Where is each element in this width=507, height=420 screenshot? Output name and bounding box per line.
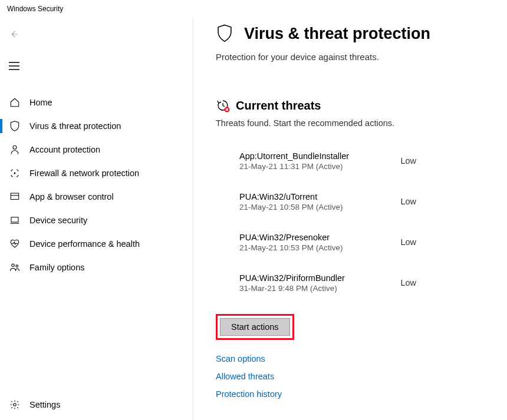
nav-list: Home Virus & threat protection Account p… (0, 91, 193, 279)
link-protection-history[interactable]: Protection history (216, 389, 500, 399)
page-title: Virus & threat protection (244, 25, 430, 43)
link-list: Scan options Allowed threats Protection … (216, 354, 500, 399)
start-actions-highlight: Start actions (216, 314, 294, 340)
shield-icon (216, 24, 236, 44)
hamburger-icon (9, 62, 19, 70)
threat-name: PUA:Win32/uTorrent (239, 192, 343, 201)
laptop-icon (8, 214, 21, 227)
threat-meta: 21-May-21 10:53 PM (Active) (239, 243, 343, 252)
person-icon (8, 143, 21, 156)
threat-list: App:Utorrent_BundleInstaller 21-May-21 1… (239, 151, 500, 293)
sidebar-item-settings[interactable]: Settings (0, 392, 193, 418)
threat-severity: Low (400, 233, 416, 247)
svg-point-4 (12, 264, 15, 267)
sidebar-item-label: Settings (29, 400, 60, 409)
back-arrow-icon (9, 29, 19, 39)
threat-item[interactable]: PUA:Win32/Presenoker 21-May-21 10:53 PM … (239, 233, 416, 252)
threat-severity: Low (400, 273, 416, 287)
threat-name: PUA:Win32/Presenoker (239, 233, 343, 242)
section-header-current-threats: Current threats (216, 98, 500, 113)
sidebar-item-account-protection[interactable]: Account protection (0, 138, 193, 161)
sidebar-item-label: Home (29, 98, 52, 107)
sidebar-item-label: Virus & threat protection (29, 121, 121, 131)
link-allowed-threats[interactable]: Allowed threats (216, 372, 500, 381)
app-body: Home Virus & threat protection Account p… (0, 18, 507, 420)
threat-meta: 31-Mar-21 9:48 PM (Active) (239, 284, 345, 293)
network-icon (8, 167, 21, 180)
threat-meta: 21-May-21 11:31 PM (Active) (239, 162, 349, 171)
window-titlebar: Windows Security (0, 0, 507, 18)
svg-point-0 (13, 145, 17, 149)
svg-point-1 (14, 173, 16, 174)
shield-icon (8, 120, 21, 133)
threat-item[interactable]: PUA:Win32/uTorrent 21-May-21 10:58 PM (A… (239, 192, 416, 211)
section-title: Current threats (236, 99, 321, 113)
sidebar-item-label: Account protection (29, 145, 100, 154)
main-content: Virus & threat protection Protection for… (193, 18, 507, 420)
sidebar-item-label: App & browser control (29, 192, 114, 201)
sidebar-item-label: Firewall & network protection (29, 168, 139, 178)
sidebar-item-app-browser-control[interactable]: App & browser control (0, 185, 193, 209)
sidebar-item-label: Device security (29, 216, 87, 225)
svg-point-5 (16, 265, 18, 267)
threat-severity: Low (400, 151, 416, 166)
window-title: Windows Security (7, 5, 63, 13)
sidebar-item-home[interactable]: Home (0, 91, 193, 114)
page-subtitle: Protection for your device against threa… (216, 52, 500, 62)
hamburger-button[interactable] (1, 53, 27, 79)
svg-rect-2 (11, 193, 19, 200)
sidebar-item-label: Device performance & health (29, 239, 140, 249)
back-button[interactable] (1, 21, 27, 47)
sidebar-item-family-options[interactable]: Family options (0, 256, 193, 279)
threat-name: App:Utorrent_BundleInstaller (239, 151, 349, 161)
sidebar-item-device-security[interactable]: Device security (0, 209, 193, 232)
threat-item[interactable]: App:Utorrent_BundleInstaller 21-May-21 1… (239, 151, 416, 171)
threat-history-icon (216, 98, 230, 113)
family-icon (8, 261, 21, 274)
heart-icon (8, 237, 21, 250)
section-subtitle: Threats found. Start the recommended act… (216, 118, 500, 128)
svg-rect-3 (11, 217, 18, 222)
home-icon (8, 96, 21, 109)
start-actions-button[interactable]: Start actions (220, 318, 290, 336)
page-header: Virus & threat protection (216, 24, 500, 44)
sidebar-item-virus-threat-protection[interactable]: Virus & threat protection (0, 114, 193, 138)
sidebar-item-label: Family options (29, 263, 84, 272)
threat-severity: Low (400, 192, 416, 206)
browser-icon (8, 190, 21, 203)
threat-meta: 21-May-21 10:58 PM (Active) (239, 203, 343, 211)
sidebar-item-device-performance[interactable]: Device performance & health (0, 232, 193, 256)
sidebar-item-firewall-network[interactable]: Firewall & network protection (0, 161, 193, 185)
svg-point-6 (14, 404, 17, 406)
sidebar: Home Virus & threat protection Account p… (0, 18, 193, 420)
threat-name: PUA:Win32/PiriformBundler (239, 273, 345, 283)
gear-icon (8, 398, 21, 411)
threat-item[interactable]: PUA:Win32/PiriformBundler 31-Mar-21 9:48… (239, 273, 416, 293)
link-scan-options[interactable]: Scan options (216, 354, 500, 363)
